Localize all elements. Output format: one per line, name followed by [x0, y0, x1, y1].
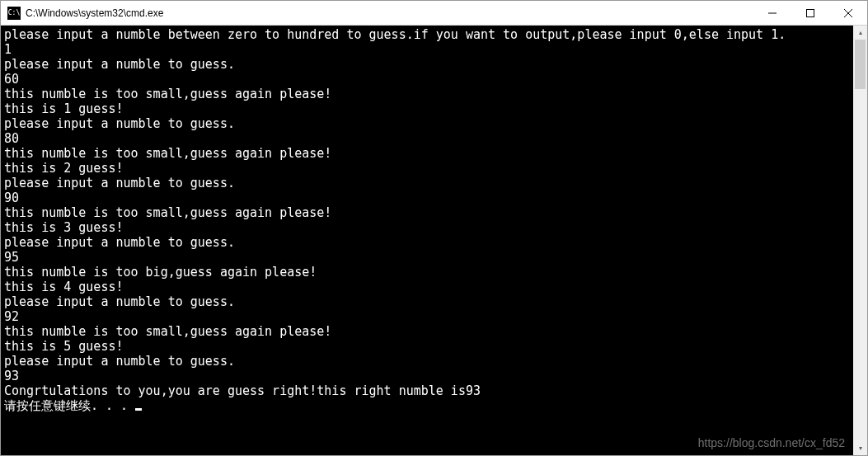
titlebar[interactable]: C:\ C:\Windows\system32\cmd.exe	[1, 1, 867, 26]
console-output[interactable]: please input a numble between zero to hu…	[1, 26, 853, 455]
window-controls	[753, 1, 867, 25]
minimize-button[interactable]	[753, 1, 791, 25]
scrollbar-up-arrow[interactable]: ▴	[853, 26, 867, 40]
maximize-button[interactable]	[791, 1, 829, 25]
close-icon	[844, 9, 852, 17]
close-button[interactable]	[829, 1, 867, 25]
vertical-scrollbar[interactable]: ▴ ▾	[853, 26, 867, 455]
cmd-window: C:\ C:\Windows\system32\cmd.exe please i…	[0, 0, 868, 456]
svg-rect-1	[807, 9, 814, 16]
minimize-icon	[768, 9, 777, 17]
app-icon-label: C:\	[8, 9, 20, 16]
scrollbar-track[interactable]	[853, 40, 867, 441]
maximize-icon	[806, 9, 814, 17]
cursor	[135, 408, 142, 411]
window-title: C:\Windows\system32\cmd.exe	[26, 7, 753, 19]
scrollbar-down-arrow[interactable]: ▾	[853, 441, 867, 455]
console-body: please input a numble between zero to hu…	[1, 26, 867, 455]
app-icon: C:\	[7, 7, 21, 20]
scrollbar-thumb[interactable]	[855, 40, 866, 89]
